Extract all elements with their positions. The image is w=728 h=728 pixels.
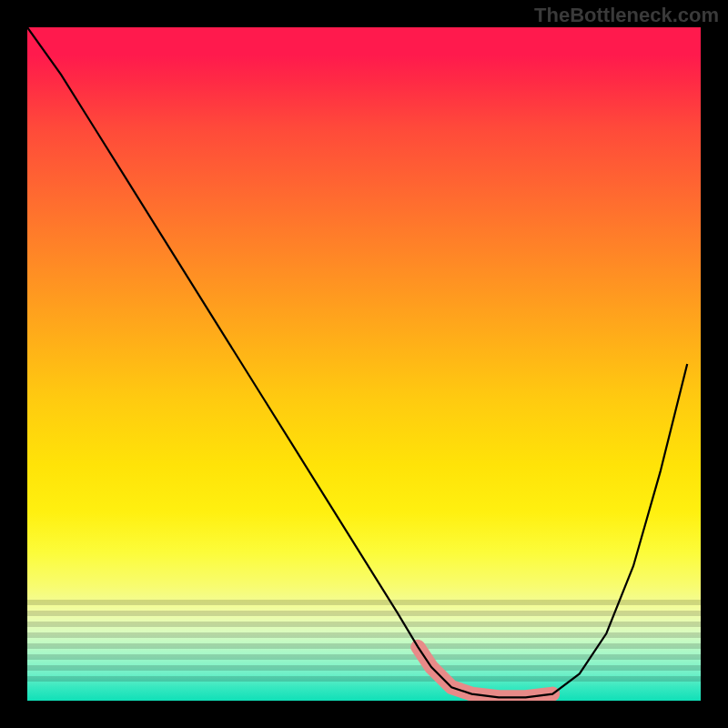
- plot-area: [27, 27, 701, 701]
- highlight-region: [418, 647, 552, 698]
- watermark-text: TheBottleneck.com: [534, 4, 719, 27]
- chart-svg: [27, 27, 701, 701]
- bottleneck-curve: [27, 27, 687, 697]
